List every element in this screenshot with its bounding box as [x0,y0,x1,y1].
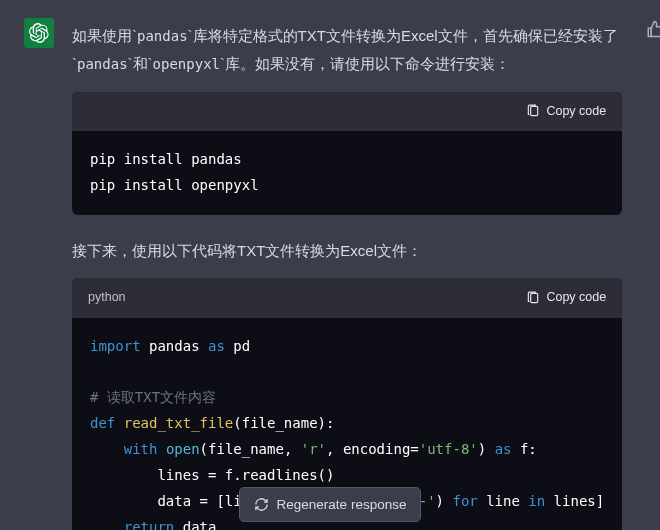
svg-rect-0 [531,107,538,116]
copy-code-button[interactable]: Copy code [526,100,606,123]
copy-code-label: Copy code [546,100,606,123]
thumbs-up-icon [646,20,660,38]
intro-paragraph: 如果使用`pandas`库将特定格式的TXT文件转换为Excel文件，首先确保已… [72,22,622,78]
code-header: Copy code [72,92,622,131]
assistant-avatar [24,18,54,48]
code-language-label: python [88,286,126,309]
mid-paragraph: 接下来，使用以下代码将TXT文件转换为Excel文件： [72,237,622,265]
copy-code-label: Copy code [546,286,606,309]
assistant-message-body: 如果使用`pandas`库将特定格式的TXT文件转换为Excel文件，首先确保已… [72,18,628,530]
code-block-install: Copy code pip install pandas pip install… [72,92,622,215]
thumbs-up-button[interactable] [646,18,660,42]
inline-code: openpyxl [153,56,220,72]
regenerate-button[interactable]: Regenerate response [239,487,422,522]
regenerate-label: Regenerate response [277,497,407,512]
copy-code-button[interactable]: Copy code [526,286,606,309]
openai-icon [29,23,49,43]
refresh-icon [254,497,269,512]
inline-code: pandas [137,28,188,44]
assistant-message-row: 如果使用`pandas`库将特定格式的TXT文件转换为Excel文件，首先确保已… [0,0,660,530]
code-header: python Copy code [72,278,622,317]
code-body[interactable]: pip install pandas pip install openpyxl [72,131,622,215]
inline-code: pandas [77,56,128,72]
clipboard-icon [526,291,540,305]
clipboard-icon [526,104,540,118]
svg-rect-1 [531,293,538,302]
